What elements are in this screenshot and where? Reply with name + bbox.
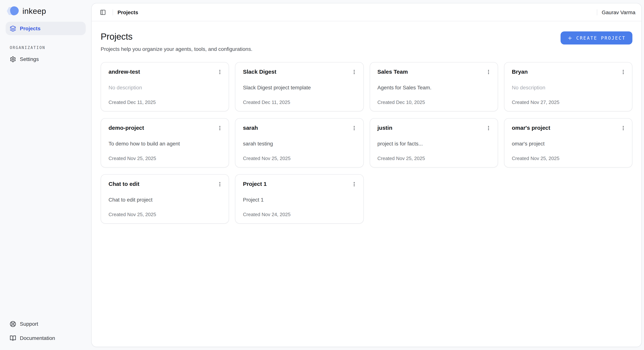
- card-menu-button[interactable]: [215, 67, 224, 76]
- project-card[interactable]: Project 1 Project 1 Created Nov 24, 2025: [235, 174, 364, 224]
- project-card[interactable]: Chat to edit Chat to edit project Create…: [101, 174, 229, 224]
- layers-icon: [10, 25, 16, 31]
- kebab-menu-icon: [217, 181, 223, 187]
- card-header: Chat to edit: [108, 180, 221, 188]
- card-header: Project 1: [243, 180, 356, 188]
- project-name: Sales Team: [378, 68, 408, 75]
- sidebar-item-settings[interactable]: Settings: [6, 52, 86, 66]
- topbar-divider-right: [597, 9, 597, 15]
- inkeep-logo-icon: [7, 6, 19, 16]
- brand-logo[interactable]: inkeep: [0, 0, 91, 21]
- kebab-menu-icon: [486, 69, 492, 75]
- organization-section-label: ORGANIZATION: [6, 45, 86, 50]
- card-header: sarah: [243, 124, 356, 132]
- project-created-date: Created Nov 24, 2025: [243, 212, 356, 217]
- project-created-date: Created Dec 11, 2025: [108, 99, 221, 105]
- project-description: No description: [108, 84, 221, 91]
- project-description: sarah testing: [243, 140, 356, 147]
- project-description: Slack Digest project template: [243, 84, 356, 91]
- sidebar-item-label: Settings: [20, 56, 39, 62]
- sidebar-item-label: Projects: [20, 25, 40, 31]
- page-title: Projects: [101, 31, 252, 42]
- project-created-date: Created Nov 25, 2025: [512, 156, 625, 161]
- card-menu-button[interactable]: [350, 67, 359, 76]
- card-menu-button[interactable]: [484, 123, 493, 132]
- project-name: Slack Digest: [243, 68, 276, 75]
- kebab-menu-icon: [217, 125, 223, 131]
- card-menu-button[interactable]: [215, 123, 224, 132]
- project-description: No description: [512, 84, 625, 91]
- page-header-text: Projects Projects help you organize your…: [101, 31, 252, 52]
- project-description: Project 1: [243, 196, 356, 203]
- sidebar-nav: Projects ORGANIZATION Settings: [0, 21, 91, 66]
- brand-wordmark: inkeep: [22, 6, 46, 15]
- project-created-date: Created Nov 25, 2025: [108, 156, 221, 161]
- project-created-date: Created Nov 27, 2025: [512, 99, 625, 105]
- page-content: Projects Projects help you organize your…: [92, 21, 642, 347]
- card-header: Slack Digest: [243, 68, 356, 76]
- kebab-menu-icon: [351, 69, 357, 75]
- card-menu-button[interactable]: [618, 123, 628, 132]
- project-card-grid: andrew-test No description Created Dec 1…: [101, 62, 632, 224]
- project-card[interactable]: justin project is for facts... Created N…: [370, 118, 498, 168]
- card-menu-button[interactable]: [350, 179, 359, 188]
- project-name: Chat to edit: [108, 180, 140, 188]
- project-created-date: Created Nov 25, 2025: [108, 212, 221, 217]
- sidebar-item-label: Documentation: [20, 335, 55, 341]
- card-menu-button[interactable]: [350, 123, 359, 132]
- app-root: inkeep Projects ORGANIZATION Settings Su…: [0, 0, 644, 350]
- card-header: justin: [378, 124, 490, 132]
- project-created-date: Created Dec 11, 2025: [243, 99, 356, 105]
- kebab-menu-icon: [486, 125, 492, 131]
- project-description: Agents for Sales Team.: [378, 84, 490, 91]
- user-menu[interactable]: Gaurav Varma: [602, 9, 636, 15]
- logo-blob-shape: [10, 6, 19, 15]
- card-header: demo-project: [108, 124, 221, 132]
- book-open-icon: [10, 335, 16, 341]
- project-card[interactable]: Slack Digest Slack Digest project templa…: [235, 62, 364, 111]
- page-subtitle: Projects help you organize your agents, …: [101, 46, 252, 52]
- project-card[interactable]: andrew-test No description Created Dec 1…: [101, 62, 229, 111]
- kebab-menu-icon: [351, 125, 357, 131]
- sidebar-item-documentation[interactable]: Documentation: [6, 331, 86, 345]
- project-name: demo-project: [108, 124, 144, 132]
- sidebar-item-label: Support: [20, 321, 38, 327]
- kebab-menu-icon: [351, 181, 357, 187]
- card-header: Bryan: [512, 68, 625, 76]
- create-project-button[interactable]: CREATE PROJECT: [560, 31, 632, 44]
- panel-left-icon: [100, 9, 106, 15]
- plus-icon: [567, 35, 572, 40]
- page-header: Projects Projects help you organize your…: [101, 31, 632, 52]
- main-panel: Projects Gaurav Varma Projects Projects …: [91, 3, 642, 347]
- project-card[interactable]: Bryan No description Created Nov 27, 202…: [504, 62, 632, 111]
- project-description: To demo how to build an agent: [108, 140, 221, 147]
- project-card[interactable]: sarah sarah testing Created Nov 25, 2025: [235, 118, 364, 168]
- topbar: Projects Gaurav Varma: [92, 3, 642, 21]
- project-description: omar's project: [512, 140, 625, 147]
- life-buoy-icon: [10, 321, 16, 327]
- project-description: project is for facts...: [378, 140, 490, 147]
- project-card[interactable]: Sales Team Agents for Sales Team. Create…: [370, 62, 498, 111]
- project-name: sarah: [243, 124, 258, 132]
- card-header: andrew-test: [108, 68, 221, 76]
- breadcrumb: Projects: [118, 9, 138, 15]
- card-menu-button[interactable]: [215, 179, 224, 188]
- sidebar-footer: Support Documentation: [0, 316, 91, 350]
- create-project-button-label: CREATE PROJECT: [576, 35, 626, 40]
- card-header: omar's project: [512, 124, 625, 132]
- sidebar: inkeep Projects ORGANIZATION Settings Su…: [0, 0, 91, 350]
- project-name: justin: [378, 124, 392, 132]
- project-card[interactable]: demo-project To demo how to build an age…: [101, 118, 229, 168]
- project-created-date: Created Nov 25, 2025: [378, 156, 490, 161]
- kebab-menu-icon: [620, 69, 626, 75]
- sidebar-item-support[interactable]: Support: [6, 317, 86, 331]
- project-created-date: Created Dec 10, 2025: [378, 99, 490, 105]
- kebab-menu-icon: [620, 125, 626, 131]
- sidebar-item-projects[interactable]: Projects: [6, 22, 86, 35]
- sidebar-toggle-button[interactable]: [98, 7, 108, 17]
- card-menu-button[interactable]: [484, 67, 493, 76]
- project-card[interactable]: omar's project omar's project Created No…: [504, 118, 632, 168]
- project-name: Bryan: [512, 68, 528, 75]
- card-menu-button[interactable]: [618, 67, 628, 76]
- topbar-divider: [113, 9, 113, 15]
